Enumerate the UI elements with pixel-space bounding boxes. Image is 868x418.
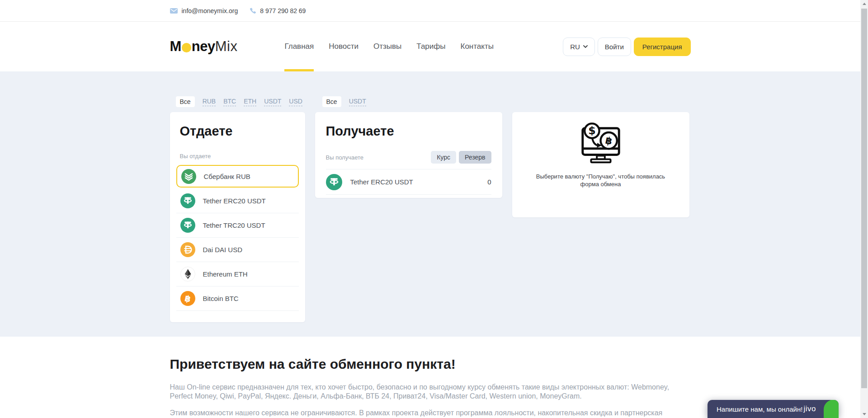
currency-name: Dai DAI USD <box>203 246 243 254</box>
register-button[interactable]: Регистрация <box>634 38 691 56</box>
email-icon <box>170 8 178 14</box>
currency-name: Bitcoin BTC <box>203 295 239 302</box>
exchange-section: Все RUB BTC ETH USDT USD Все USDT Отдает… <box>0 71 860 337</box>
main-nav: Главная Новости Отзывы Тарифы Контакты <box>284 22 493 71</box>
topbar: info@moneymix.org 8 977 290 82 69 <box>0 0 860 22</box>
currency-row-tether-erc20[interactable]: Tether ERC20 USDT <box>176 189 299 213</box>
give-panel-title: Отдаете <box>180 124 299 139</box>
currency-name: Ethereum ETH <box>203 270 248 278</box>
tether-icon <box>180 193 195 208</box>
jivo-logo: jivo <box>803 404 816 413</box>
ethereum-icon <box>180 267 195 282</box>
give-panel-label: Вы отдаете <box>180 153 299 160</box>
svg-text:$: $ <box>588 124 595 137</box>
welcome-paragraph-1: Наш On-line сервис предназначен для тех,… <box>170 383 691 401</box>
currency-row-ethereum[interactable]: Ethereum ETH <box>176 262 299 286</box>
jivo-leaf-icon <box>824 400 839 418</box>
language-selector[interactable]: RU <box>563 38 595 56</box>
get-panel-label: Вы получаете <box>326 154 364 161</box>
header: MneyMix Главная Новости Отзывы Тарифы Ко… <box>0 22 860 71</box>
chat-message: Напишите нам, мы онлайн! <box>717 405 802 413</box>
email-text: info@moneymix.org <box>182 7 238 14</box>
give-tab-rub[interactable]: RUB <box>203 98 216 106</box>
nav-item-main[interactable]: Главная <box>284 22 314 71</box>
reserve-value: 0 <box>487 178 491 186</box>
reserve-toggle-button[interactable]: Резерв <box>459 151 491 164</box>
currency-name: Сбербанк RUB <box>204 173 250 180</box>
welcome-title: Приветствуем на сайте обменного пункта! <box>170 357 691 372</box>
welcome-paragraph-2: Этим возможности нашего сервиса не огран… <box>170 409 691 418</box>
scrollbar-up-arrow[interactable] <box>860 0 868 8</box>
login-button[interactable]: Войти <box>598 38 631 56</box>
get-panel: Получаете Вы получаете Курс Резерв Tethe… <box>315 112 502 198</box>
get-tab-usdt[interactable]: USDT <box>349 98 366 106</box>
get-panel-title: Получаете <box>326 124 491 139</box>
exchange-monitor-icon: $ ฿ <box>572 121 630 167</box>
tether-icon <box>326 174 342 190</box>
nav-item-news[interactable]: Новости <box>329 22 359 71</box>
give-tab-usd[interactable]: USD <box>289 98 302 106</box>
currency-row-bitcoin[interactable]: ฿ Bitcoin BTC <box>176 286 299 311</box>
bitcoin-icon: ฿ <box>180 291 195 306</box>
email-link[interactable]: info@moneymix.org <box>170 7 238 14</box>
currency-name: Tether ERC20 USDT <box>350 178 413 186</box>
phone-link[interactable]: 8 977 290 82 69 <box>250 7 306 14</box>
rate-toggle-button[interactable]: Курс <box>431 151 456 164</box>
give-currency-list: Сбербанк RUB Tether ERC20 USDT <box>176 165 299 311</box>
give-filter-tabs: Все RUB BTC ETH USDT USD <box>170 96 305 107</box>
chat-widget[interactable]: Напишите нам, мы онлайн! jivo <box>708 400 839 418</box>
tether-icon <box>180 218 195 233</box>
currency-row-tether-trc20[interactable]: Tether TRC20 USDT <box>176 213 299 238</box>
logo-o-circle <box>182 43 191 52</box>
scrollbar-down-arrow[interactable] <box>860 410 868 418</box>
get-filter-tabs: Все USDT <box>315 96 502 107</box>
info-panel: $ ฿ Выберите валюту "Получаю", чтобы поя… <box>512 112 689 217</box>
get-tab-all[interactable]: Все <box>322 96 341 107</box>
phone-text: 8 977 290 82 69 <box>260 7 306 14</box>
scrollbar-thumb[interactable] <box>861 9 867 388</box>
give-panel: Отдаете Вы отдаете Сбербанк RUB <box>170 112 305 322</box>
give-tab-all[interactable]: Все <box>176 96 195 107</box>
sberbank-icon <box>181 169 196 184</box>
page: info@moneymix.org 8 977 290 82 69 MneyMi… <box>0 0 860 418</box>
dai-icon <box>180 242 195 257</box>
currency-name: Tether TRC20 USDT <box>203 221 265 229</box>
give-tab-eth[interactable]: ETH <box>244 98 256 106</box>
currency-row-tether-erc20-get[interactable]: Tether ERC20 USDT 0 <box>326 169 491 195</box>
chevron-down-icon <box>583 45 588 48</box>
nav-item-reviews[interactable]: Отзывы <box>373 22 401 71</box>
give-tab-btc[interactable]: BTC <box>223 98 236 106</box>
nav-item-contacts[interactable]: Контакты <box>461 22 494 71</box>
info-caption: Выберите валюту "Получаю", чтобы появила… <box>530 173 671 188</box>
phone-icon <box>250 8 256 14</box>
logo[interactable]: MneyMix <box>170 38 238 55</box>
give-tab-usdt[interactable]: USDT <box>264 98 281 106</box>
currency-row-sberbank-rub[interactable]: Сбербанк RUB <box>176 165 299 188</box>
scrollbar <box>860 0 868 418</box>
currency-name: Tether ERC20 USDT <box>203 197 266 205</box>
currency-row-dai[interactable]: Dai DAI USD <box>176 238 299 262</box>
nav-item-tariffs[interactable]: Тарифы <box>416 22 445 71</box>
